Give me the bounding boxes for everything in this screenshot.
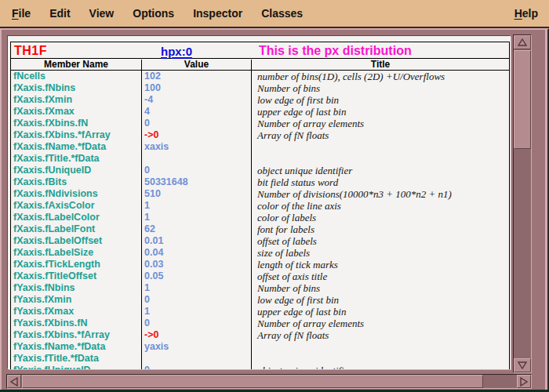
member-name-cell: fXaxis.fUniqueID	[13, 165, 91, 176]
menu-item-help[interactable]: Help	[505, 7, 538, 20]
member-name-cell: fYaxis.fTitle.*fData	[13, 353, 99, 365]
member-name-cell: fYaxis.fNbins	[13, 282, 75, 294]
vertical-scrollbar-thumb[interactable]	[514, 50, 531, 149]
scroll-up-button[interactable]	[514, 35, 531, 49]
menu-item-inspector[interactable]: Inspector	[184, 7, 252, 20]
member-name-cell: fXaxis.fXmin	[13, 94, 72, 106]
table-row[interactable]: fXaxis.fNbins100Number of bins	[11, 82, 509, 94]
member-title-cell: Array of fN floats	[257, 129, 329, 141]
member-title-cell: size of labels	[257, 247, 310, 259]
table-row[interactable]: fXaxis.fNdivisions510Number of divisions…	[11, 188, 509, 200]
member-name-cell: fXaxis.fTitleOffset	[13, 270, 96, 282]
menu-bar-items: FileEditViewOptionsInspectorClasses	[2, 7, 312, 20]
table-row[interactable]: fXaxis.fName.*fDataxaxis	[11, 141, 509, 153]
right-arrow-icon	[520, 377, 528, 387]
column-header-member-name: Member Name	[11, 59, 141, 71]
table-row[interactable]: fXaxis.fLabelSize0.04size of labels	[11, 247, 509, 259]
member-name-cell: fXaxis.fLabelOffset	[13, 235, 102, 247]
table-row[interactable]: fXaxis.fLabelFont62font for labels	[11, 223, 509, 235]
table-row[interactable]: fXaxis.fTitle.*fData	[11, 153, 509, 165]
table-row[interactable]: fXaxis.fXmax4upper edge of last bin	[11, 106, 509, 118]
up-arrow-icon	[518, 38, 527, 46]
member-title-cell: low edge of first bin	[257, 94, 339, 106]
member-value-cell: 0.03	[144, 259, 163, 270]
member-value-cell: 4	[144, 106, 150, 118]
table-row[interactable]: fXaxis.fXbins.fN0Number of array element…	[11, 118, 509, 129]
table-row[interactable]: fYaxis.fUniqueID0object unique identifie…	[11, 365, 509, 369]
member-name-cell: fXaxis.fXbins.*fArray	[13, 129, 111, 141]
menu-item-edit[interactable]: Edit	[40, 7, 79, 20]
scroll-left-button[interactable]	[7, 375, 21, 388]
member-value-cell: 62	[144, 223, 155, 235]
member-title-cell: upper edge of last bin	[257, 106, 346, 118]
table-row[interactable]: fYaxis.fXbins.fN0Number of array element…	[11, 318, 509, 329]
table-row[interactable]: fNcells102number of bins(1D), cells (2D)…	[11, 71, 509, 82]
column-divider	[141, 60, 142, 369]
member-title-cell: color of labels	[257, 212, 316, 223]
table-row[interactable]: fXaxis.fLabelColor1color of labels	[11, 212, 509, 223]
member-name-cell: fYaxis.fXmin	[13, 294, 71, 306]
member-value-cell: 0.05	[144, 270, 163, 282]
member-title-cell: Number of bins	[257, 82, 320, 94]
member-name-cell: fYaxis.fXbins.fN	[13, 318, 87, 329]
member-title-cell: bit field status word	[257, 176, 338, 188]
table-row[interactable]: fYaxis.fNbins1Number of bins	[11, 282, 509, 294]
scroll-right-button[interactable]	[517, 375, 531, 388]
table-row[interactable]: fXaxis.fLabelOffset0.01offset of labels	[11, 235, 509, 247]
menu-item-view[interactable]: View	[80, 7, 124, 20]
member-value-cell: 0.04	[144, 247, 163, 259]
member-value-cell: 0	[144, 318, 150, 329]
table-row[interactable]: fXaxis.fTickLength0.03length of tick mar…	[11, 259, 509, 270]
horizontal-scrollbar[interactable]	[6, 374, 532, 389]
table-row[interactable]: fXaxis.fXbins.*fArray->0Array of fN floa…	[11, 129, 509, 141]
member-value-cell: 1	[144, 282, 150, 294]
member-value-cell: 0	[144, 118, 150, 129]
table-row[interactable]: fXaxis.fXmin-4low edge of first bin	[11, 94, 509, 106]
menu-item-classes[interactable]: Classes	[252, 7, 312, 20]
table-row[interactable]: fXaxis.fAxisColor1color of the line axis	[11, 200, 509, 212]
table-row[interactable]: fYaxis.fXbins.*fArray->0Array of fN floa…	[11, 329, 509, 341]
member-value-cell: 102	[144, 71, 161, 82]
member-value-cell: xaxis	[144, 141, 169, 153]
table-row[interactable]: fYaxis.fXmax1upper edge of last bin	[11, 306, 509, 318]
member-value-cell: 0	[144, 165, 150, 176]
member-value-cell: 0.01	[144, 235, 163, 247]
member-name-cell: fXaxis.fTitle.*fData	[13, 153, 100, 165]
member-name-cell: fYaxis.fName.*fData	[13, 341, 105, 353]
table-row[interactable]: fYaxis.fXmin0low edge of first bin	[11, 294, 509, 306]
member-table: TH1F hpx:0 This is the px distribution M…	[10, 42, 510, 369]
member-value-cell: ->0	[144, 129, 158, 141]
member-title-cell: font for labels	[257, 223, 314, 235]
member-title-cell: Number of array elements	[257, 118, 364, 129]
column-header-value: Value	[142, 59, 251, 71]
object-name[interactable]: hpx:0	[161, 45, 192, 58]
table-row[interactable]: fXaxis.fBits50331648bit field status wor…	[11, 176, 509, 188]
menu-item-options[interactable]: Options	[123, 7, 184, 20]
object-title: This is the px distribution	[259, 44, 412, 58]
table-row[interactable]: fYaxis.fTitle.*fData	[11, 353, 509, 365]
table-row[interactable]: fXaxis.fUniqueID0object unique identifie…	[11, 165, 509, 176]
column-header-row: Member Name Value Title	[11, 59, 509, 71]
horizontal-scrollbar-thumb[interactable]	[22, 375, 483, 388]
column-divider	[251, 60, 252, 369]
table-row[interactable]: fYaxis.fName.*fDatayaxis	[11, 341, 509, 353]
member-title-cell: object unique identifier	[257, 365, 352, 369]
class-name: TH1F	[14, 44, 47, 58]
member-title-cell: object unique identifier	[257, 165, 352, 176]
member-name-cell: fYaxis.fUniqueID	[13, 365, 91, 369]
member-title-cell: Number of divisions(10000*n3 + 100*n2 + …	[257, 188, 452, 200]
table-row[interactable]: fXaxis.fTitleOffset0.05offset of axis ti…	[11, 270, 509, 282]
member-name-cell: fXaxis.fBits	[13, 176, 67, 188]
vertical-scrollbar[interactable]	[513, 34, 532, 373]
member-name-cell: fXaxis.fName.*fData	[13, 141, 106, 153]
menu-item-file[interactable]: File	[2, 7, 40, 20]
scroll-down-button[interactable]	[514, 358, 531, 372]
member-title-cell: upper edge of last bin	[257, 306, 346, 318]
member-value-cell: yaxis	[144, 341, 169, 353]
member-name-cell: fYaxis.fXmax	[13, 306, 74, 318]
member-name-cell: fXaxis.fAxisColor	[13, 200, 95, 212]
member-value-cell: ->0	[144, 329, 158, 341]
member-title-cell: length of tick marks	[257, 259, 338, 270]
column-header-title: Title	[252, 59, 509, 71]
left-arrow-icon	[10, 377, 18, 387]
